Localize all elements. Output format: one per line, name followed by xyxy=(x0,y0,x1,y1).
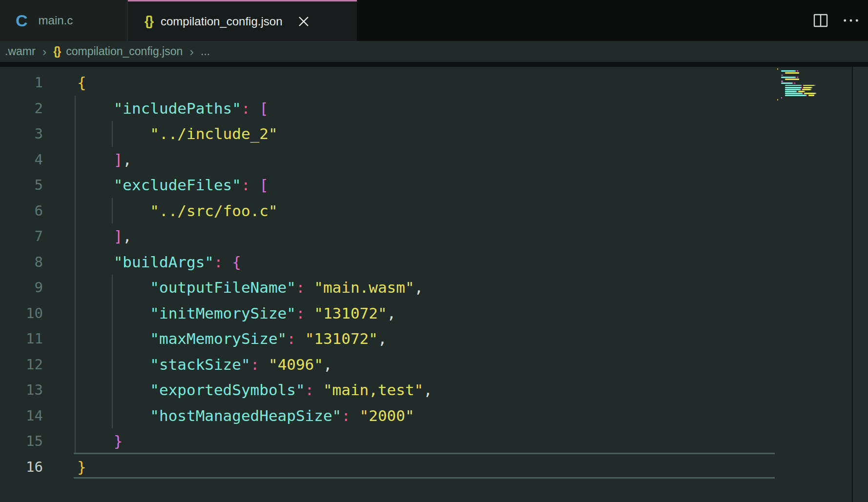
code-line[interactable]: "../include_2" xyxy=(77,121,433,147)
breadcrumb-symbol-path[interactable]: ... xyxy=(201,45,210,58)
minimap-line xyxy=(777,87,850,88)
token-pun xyxy=(77,304,150,322)
minimap-segment xyxy=(808,95,814,96)
token-b2: { xyxy=(232,253,241,271)
token-col: : xyxy=(250,356,260,373)
token-b2: [ xyxy=(259,100,269,117)
minimap-segment xyxy=(802,89,810,90)
breadcrumb-file[interactable]: compilation_config.json xyxy=(66,45,183,58)
token-str: "131072" xyxy=(305,330,378,347)
minimap-segment xyxy=(777,77,781,78)
line-number[interactable]: 3 xyxy=(0,121,43,147)
close-tab-button[interactable] xyxy=(296,14,311,29)
token-col: : xyxy=(214,253,223,271)
minimap-segment xyxy=(777,87,785,88)
code-editor[interactable]: 12345678910111213141516 { "includePaths"… xyxy=(0,62,868,502)
minimap-segment xyxy=(797,70,798,72)
token-pun xyxy=(77,330,150,347)
minimap-line xyxy=(777,91,850,92)
line-number[interactable]: 9 xyxy=(0,275,43,301)
line-number[interactable]: 1 xyxy=(0,70,43,96)
line-number[interactable]: 14 xyxy=(0,403,43,429)
token-pun: , xyxy=(123,227,132,245)
code-line[interactable]: "buildArgs": { xyxy=(77,249,433,275)
split-editor-button[interactable] xyxy=(812,12,829,29)
token-pun xyxy=(351,407,360,424)
token-b1: } xyxy=(77,458,86,476)
tab-bar: C main.c {} compilation_config.json xyxy=(0,0,868,41)
line-number[interactable]: 6 xyxy=(0,198,43,224)
token-col: : xyxy=(287,330,296,347)
minimap-segment xyxy=(785,95,806,96)
breadcrumb: .wamr › {} compilation_config.json › ... xyxy=(0,41,868,62)
minimap-segment xyxy=(781,70,795,72)
minimap-segment xyxy=(785,72,799,74)
token-key: "initMemorySize" xyxy=(150,304,296,322)
minimap-segment xyxy=(782,80,783,82)
line-number-gutter[interactable]: 12345678910111213141516 xyxy=(0,70,43,480)
close-icon xyxy=(297,15,310,28)
code-line[interactable]: "maxMemorySize": "131072", xyxy=(77,326,433,352)
minimap-segment xyxy=(777,79,785,80)
minimap-segment xyxy=(777,85,785,86)
token-pun xyxy=(223,253,232,271)
line-number[interactable]: 16 xyxy=(0,454,43,480)
minimap-line xyxy=(777,93,850,94)
tab-main-c[interactable]: C main.c xyxy=(0,0,128,41)
minimap-line xyxy=(777,77,850,78)
more-actions-button[interactable] xyxy=(843,12,859,29)
token-pun xyxy=(305,304,314,322)
token-key: "hostManagedHeapSize" xyxy=(150,407,341,424)
minimap-segment xyxy=(777,82,781,84)
code-line[interactable]: { xyxy=(77,70,433,96)
line-number[interactable]: 7 xyxy=(0,223,43,249)
token-pun xyxy=(259,356,269,373)
token-pun: , xyxy=(387,304,396,322)
scrollbar-track[interactable] xyxy=(852,67,868,502)
line-number[interactable]: 11 xyxy=(0,326,43,352)
token-key: "maxMemorySize" xyxy=(150,330,287,347)
code-line[interactable]: "excludeFiles": [ xyxy=(77,172,433,198)
breadcrumb-folder[interactable]: .wamr xyxy=(5,45,36,58)
token-pun xyxy=(77,151,114,168)
line-number[interactable]: 10 xyxy=(0,301,43,326)
line-number[interactable]: 15 xyxy=(0,428,43,454)
minimap-segment xyxy=(810,89,811,90)
minimap[interactable] xyxy=(777,68,850,101)
code-line[interactable]: ], xyxy=(77,223,433,249)
token-col: : xyxy=(296,304,305,322)
code-line[interactable]: "../src/foo.c" xyxy=(77,198,433,224)
token-str: "main.wasm" xyxy=(314,279,414,296)
minimap-segment xyxy=(777,75,781,76)
token-pun xyxy=(77,253,114,271)
line-number[interactable]: 5 xyxy=(0,172,43,198)
code-line[interactable]: "outputFileName": "main.wasm", xyxy=(77,275,433,301)
line-number[interactable]: 8 xyxy=(0,249,43,275)
token-pun xyxy=(305,279,314,296)
minimap-segment xyxy=(785,89,800,90)
line-number[interactable]: 13 xyxy=(0,377,43,403)
minimap-segment xyxy=(781,77,795,78)
code-content[interactable]: { "includePaths": [ "../include_2" ], "e… xyxy=(77,70,433,480)
token-b2: ] xyxy=(114,151,123,168)
line-number[interactable]: 2 xyxy=(0,96,43,121)
minimap-segment xyxy=(803,85,814,86)
code-line[interactable]: "includePaths": [ xyxy=(77,96,433,121)
code-line[interactable]: ], xyxy=(77,147,433,173)
code-line[interactable]: } xyxy=(77,428,433,454)
code-line[interactable]: } xyxy=(77,454,433,480)
token-str: "main,test" xyxy=(323,381,423,399)
minimap-segment xyxy=(777,93,785,94)
line-number[interactable]: 12 xyxy=(0,352,43,378)
token-key: "stackSize" xyxy=(150,356,250,373)
token-pun xyxy=(296,330,305,347)
code-line[interactable]: "initMemorySize": "131072", xyxy=(77,301,433,326)
minimap-segment xyxy=(803,87,811,88)
code-line[interactable]: "exportedSymbols": "main,test", xyxy=(77,377,433,403)
code-line[interactable]: "hostManagedHeapSize": "2000" xyxy=(77,403,433,429)
tab-compilation-config-json[interactable]: {} compilation_config.json xyxy=(128,0,357,41)
ellipsis-icon xyxy=(843,18,859,23)
line-number[interactable]: 4 xyxy=(0,147,43,173)
code-line[interactable]: "stackSize": "4096", xyxy=(77,352,433,378)
chevron-right-icon: › xyxy=(189,45,194,58)
